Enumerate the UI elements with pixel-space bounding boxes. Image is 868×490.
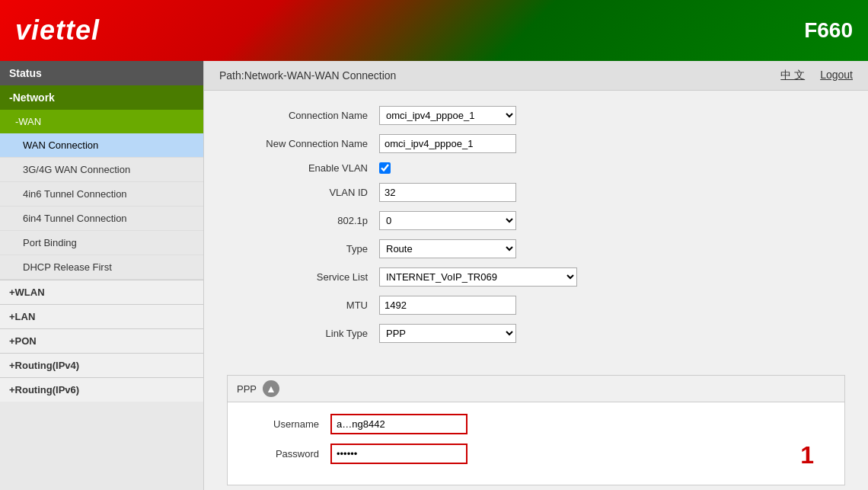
path-bar: Path:Network-WAN-WAN Connection 中 文 Logo… xyxy=(204,61,868,91)
service-list-row: Service List INTERNET_VoIP_TR069 xyxy=(227,267,845,287)
link-type-row: Link Type PPP xyxy=(227,324,845,343)
sidebar: Status -Network -WAN WAN Connection 3G/4… xyxy=(0,61,204,490)
sidebar-item-routing-ipv4[interactable]: +Routing(IPv4) xyxy=(0,353,203,377)
enable-vlan-checkbox[interactable] xyxy=(379,162,391,174)
vlan-8021p-row: 802.1p 0 xyxy=(227,211,845,230)
password-label: Password xyxy=(239,448,330,460)
logo: viettel xyxy=(15,14,100,46)
username-input[interactable] xyxy=(330,414,468,434)
form-area: Connection Name omci_ipv4_pppoe_1 New Co… xyxy=(204,91,868,367)
sidebar-item-routing-ipv6[interactable]: +Routing(IPv6) xyxy=(0,377,203,402)
sidebar-item-pon[interactable]: +PON xyxy=(0,328,203,353)
password-input[interactable] xyxy=(330,444,468,464)
sidebar-item-3g4g-wan[interactable]: 3G/4G WAN Connection xyxy=(0,158,203,182)
content-area: Path:Network-WAN-WAN Connection 中 文 Logo… xyxy=(204,61,868,490)
link-type-select[interactable]: PPP xyxy=(379,324,516,343)
type-row: Type Route xyxy=(227,239,845,258)
mtu-label: MTU xyxy=(227,299,379,311)
mtu-row: MTU xyxy=(227,296,845,315)
path-actions: 中 文 Logout xyxy=(780,69,853,82)
language-toggle[interactable]: 中 文 xyxy=(780,69,805,82)
annotation-number: 1 xyxy=(800,441,814,469)
connection-name-label: Connection Name xyxy=(227,110,379,121)
new-connection-name-label: New Connection Name xyxy=(227,138,379,149)
ppp-section: PPP ▲ Username Password 1 xyxy=(227,375,845,485)
link-type-label: Link Type xyxy=(227,328,379,339)
connection-name-select[interactable]: omci_ipv4_pppoe_1 xyxy=(379,106,516,125)
sidebar-item-wan[interactable]: -WAN xyxy=(0,110,203,133)
ppp-form: Username Password xyxy=(228,402,844,485)
sidebar-item-6in4-tunnel[interactable]: 6in4 Tunnel Connection xyxy=(0,207,203,231)
connection-name-row: Connection Name omci_ipv4_pppoe_1 xyxy=(227,106,845,125)
type-select[interactable]: Route xyxy=(379,239,516,258)
password-row: Password xyxy=(239,444,833,464)
ppp-toggle-button[interactable]: ▲ xyxy=(263,380,279,397)
ppp-header: PPP ▲ xyxy=(228,376,844,402)
sidebar-item-wlan[interactable]: +WLAN xyxy=(0,280,203,304)
enable-vlan-row: Enable VLAN xyxy=(227,162,845,174)
sidebar-item-wan-connection[interactable]: WAN Connection xyxy=(0,133,203,158)
sidebar-item-dhcp-release[interactable]: DHCP Release First xyxy=(0,255,203,280)
breadcrumb: Path:Network-WAN-WAN Connection xyxy=(219,69,396,82)
model-number: F660 xyxy=(804,18,853,43)
sidebar-item-status[interactable]: Status xyxy=(0,61,203,85)
sidebar-item-4in6-tunnel[interactable]: 4in6 Tunnel Connection xyxy=(0,182,203,207)
type-label: Type xyxy=(227,243,379,255)
ppp-label: PPP xyxy=(237,383,257,395)
username-label: Username xyxy=(239,418,330,430)
sidebar-item-network[interactable]: -Network xyxy=(0,85,203,110)
service-list-select[interactable]: INTERNET_VoIP_TR069 xyxy=(379,267,577,287)
main-layout: Status -Network -WAN WAN Connection 3G/4… xyxy=(0,61,868,490)
sidebar-item-port-binding[interactable]: Port Binding xyxy=(0,231,203,255)
mtu-input[interactable] xyxy=(379,296,516,315)
vlan-id-row: VLAN ID xyxy=(227,183,845,202)
new-connection-name-input[interactable] xyxy=(379,134,516,153)
vlan-8021p-select[interactable]: 0 xyxy=(379,211,516,230)
sidebar-item-lan[interactable]: +LAN xyxy=(0,304,203,328)
new-connection-name-row: New Connection Name xyxy=(227,134,845,153)
vlan-8021p-label: 802.1p xyxy=(227,215,379,226)
enable-vlan-label: Enable VLAN xyxy=(227,162,379,174)
vlan-id-input[interactable] xyxy=(379,183,516,202)
logout-button[interactable]: Logout xyxy=(820,69,853,82)
service-list-label: Service List xyxy=(227,271,379,283)
header: viettel F660 xyxy=(0,0,868,61)
username-row: Username xyxy=(239,414,833,434)
vlan-id-label: VLAN ID xyxy=(227,187,379,198)
